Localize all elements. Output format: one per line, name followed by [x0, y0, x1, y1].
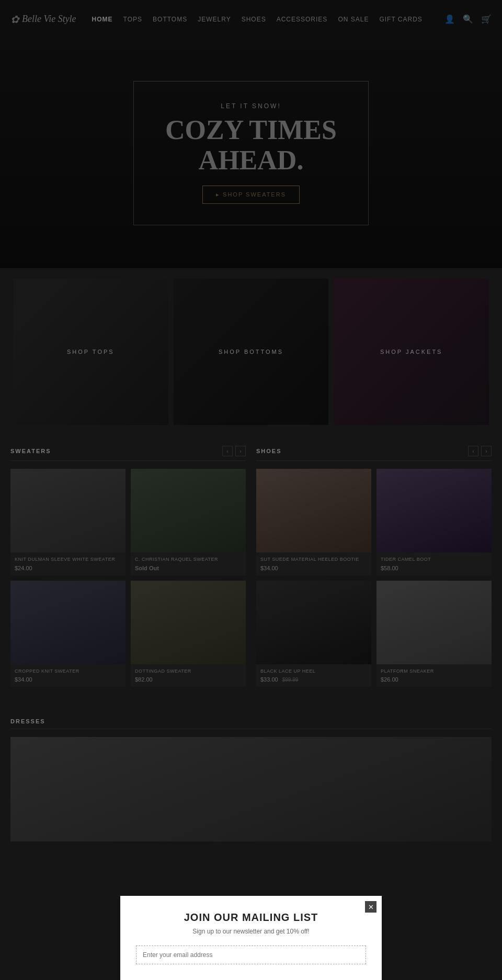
modal-overlay: ✕ JOIN OUR MAILING LIST Sign up to our n… [0, 0, 502, 852]
